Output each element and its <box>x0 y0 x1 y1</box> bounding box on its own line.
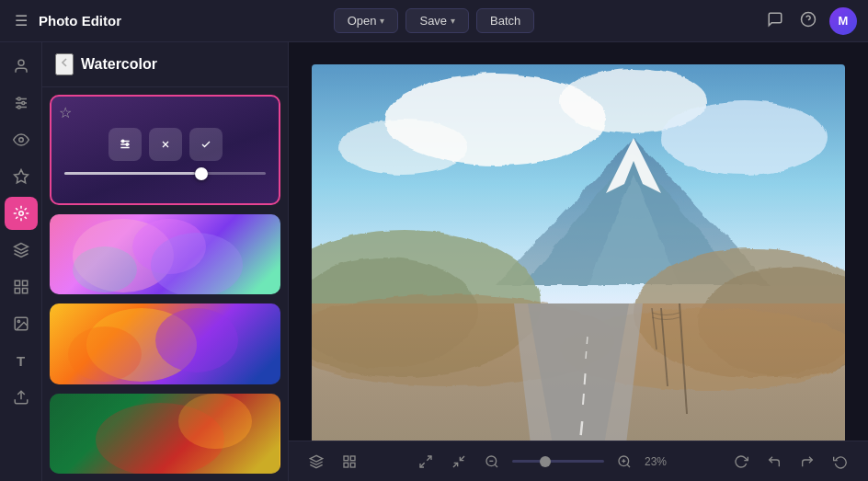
svg-point-8 <box>18 138 23 143</box>
crop-fit-button[interactable] <box>446 451 472 473</box>
svg-line-67 <box>427 456 431 461</box>
grid-button[interactable] <box>337 451 362 473</box>
save-chevron: ▾ <box>451 16 455 26</box>
watercolor-1-item[interactable]: Watercolor 1 Ai <box>50 214 280 294</box>
svg-point-10 <box>18 212 23 216</box>
canvas-area: 23% <box>289 42 868 481</box>
svg-rect-65 <box>344 463 348 467</box>
app-title: Photo Editor <box>39 13 121 29</box>
cancel-button[interactable] <box>149 128 182 161</box>
svg-point-28 <box>151 233 243 294</box>
sidebar-item-adjustments[interactable] <box>5 86 38 120</box>
svg-point-29 <box>73 246 137 292</box>
back-button[interactable] <box>55 53 74 75</box>
layers-button[interactable] <box>303 451 329 473</box>
svg-point-1 <box>18 60 24 65</box>
svg-point-6 <box>21 102 24 105</box>
svg-line-68 <box>420 463 425 467</box>
main: T Watercolor ☆ <box>0 42 868 481</box>
svg-marker-62 <box>310 455 322 462</box>
sidebar-item-ai-effects[interactable] <box>5 197 38 230</box>
svg-rect-14 <box>15 289 19 293</box>
svg-rect-61 <box>312 64 845 460</box>
sidebar-item-person[interactable] <box>5 50 38 83</box>
zoom-slider[interactable] <box>512 460 604 463</box>
svg-point-5 <box>17 97 20 100</box>
favorite-button[interactable]: ☆ <box>59 104 72 121</box>
svg-point-31 <box>155 308 238 372</box>
zoom-out-button[interactable] <box>479 451 505 473</box>
zoom-in-button[interactable] <box>611 451 637 473</box>
svg-line-72 <box>495 464 497 467</box>
svg-line-70 <box>453 463 458 467</box>
sidebar-item-shapes[interactable] <box>5 270 38 303</box>
fit-button[interactable] <box>413 451 439 473</box>
svg-marker-9 <box>14 170 28 183</box>
header: ☰ Photo Editor Open ▾ Save ▾ Batch M <box>0 0 868 42</box>
panel-header: Watercolor <box>42 42 288 87</box>
active-effect-item[interactable]: ☆ <box>50 95 280 205</box>
svg-line-75 <box>627 464 630 467</box>
sidebar-item-export[interactable] <box>5 381 38 414</box>
svg-point-17 <box>17 320 19 322</box>
history-button[interactable] <box>828 451 853 473</box>
watercolor-3-thumb <box>50 394 280 474</box>
sidebar-item-text[interactable]: T <box>5 344 38 377</box>
svg-point-7 <box>17 106 20 109</box>
save-button[interactable]: Save ▾ <box>405 8 469 33</box>
header-right: M <box>534 7 857 35</box>
bottom-toolbar: 23% <box>289 441 868 481</box>
help-button[interactable] <box>796 7 820 35</box>
watercolor-1-thumb <box>50 214 280 294</box>
watercolor-3-item[interactable]: Watercolor 3 Ai <box>50 394 280 474</box>
toolbar-left-group <box>303 451 362 473</box>
adjust-button[interactable] <box>108 128 142 161</box>
avatar[interactable]: M <box>829 7 857 35</box>
sidebar-item-view[interactable] <box>5 123 38 156</box>
header-center: Open ▾ Save ▾ Batch <box>334 8 535 33</box>
svg-rect-15 <box>22 289 27 293</box>
menu-button[interactable]: ☰ <box>11 8 31 33</box>
sidebar-item-layers[interactable] <box>5 234 38 267</box>
redo-button[interactable] <box>794 451 820 473</box>
svg-rect-12 <box>15 281 19 285</box>
svg-rect-13 <box>22 281 27 285</box>
toolbar-center-group: 23% <box>413 451 678 473</box>
open-button[interactable]: Open ▾ <box>334 8 399 33</box>
svg-point-23 <box>126 143 128 145</box>
effects-list: ☆ <box>42 87 288 481</box>
svg-rect-66 <box>350 463 355 467</box>
effect-controls <box>61 128 269 161</box>
svg-point-35 <box>178 394 252 449</box>
sidebar-item-effects[interactable] <box>5 160 38 193</box>
toolbar-right-group <box>728 451 853 473</box>
svg-point-22 <box>121 140 123 142</box>
watercolor-2-item[interactable]: Watercolor 2 Ai <box>50 303 280 384</box>
svg-rect-64 <box>350 456 355 461</box>
intensity-slider[interactable] <box>61 172 269 175</box>
svg-point-32 <box>68 326 142 382</box>
rotate-button[interactable] <box>728 451 754 473</box>
svg-rect-63 <box>344 456 348 461</box>
sidebar: T <box>0 42 42 481</box>
batch-button[interactable]: Batch <box>476 8 534 33</box>
svg-line-69 <box>460 456 464 461</box>
canvas-image[interactable] <box>312 64 845 460</box>
sidebar-item-photo[interactable] <box>5 307 38 340</box>
panel-title: Watercolor <box>81 56 157 73</box>
header-left: ☰ Photo Editor <box>11 8 334 33</box>
text-icon: T <box>17 353 25 369</box>
chat-button[interactable] <box>763 7 787 35</box>
zoom-value: 23% <box>645 455 678 468</box>
effects-panel: Watercolor ☆ <box>42 42 289 481</box>
zoom-thumb <box>540 456 551 467</box>
confirm-button[interactable] <box>189 128 223 161</box>
svg-marker-11 <box>14 244 28 251</box>
open-chevron: ▾ <box>380 16 384 26</box>
undo-button[interactable] <box>761 451 787 473</box>
watercolor-2-thumb <box>50 303 280 384</box>
